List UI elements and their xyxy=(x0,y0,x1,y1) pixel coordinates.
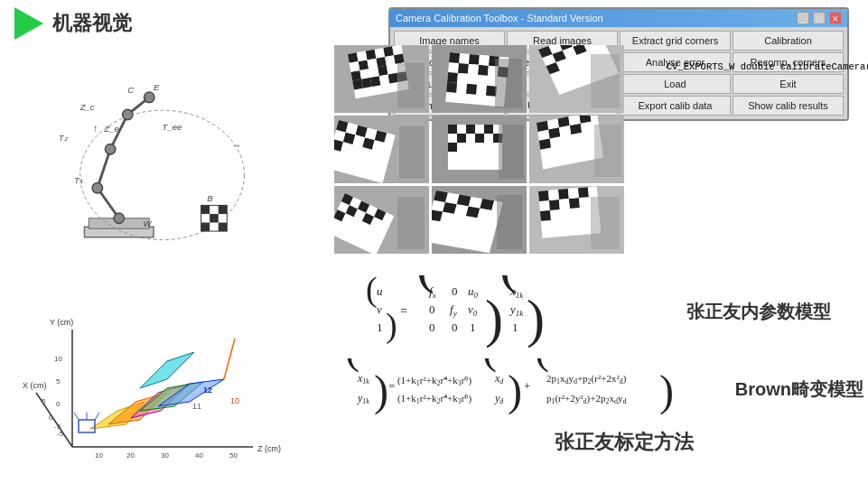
distortion-formula-row: ( x1k y1k ) = (1+k1r²+k2r⁴+k3r⁶) (1+k1r²… xyxy=(339,358,863,420)
chess-image-8 xyxy=(432,186,527,254)
svg-text:): ) xyxy=(508,367,522,415)
svg-text:T₂: T₂ xyxy=(59,133,69,143)
svg-rect-167 xyxy=(443,202,457,214)
svg-rect-101 xyxy=(446,82,457,93)
svg-text:u0: u0 xyxy=(468,284,479,300)
svg-text:C: C xyxy=(127,85,134,95)
svg-text:): ) xyxy=(374,367,388,415)
bottom-title: 张正友标定方法 xyxy=(555,431,694,453)
svg-rect-89 xyxy=(449,52,460,63)
left-panel: W T₁ T₂ Z_c C E Z_e T_ee B → ↑ xyxy=(0,45,334,483)
svg-text:Z_e: Z_e xyxy=(103,124,118,134)
close-button[interactable]: ✕ xyxy=(829,12,842,24)
svg-text:-5: -5 xyxy=(57,430,64,438)
svg-rect-141 xyxy=(499,125,524,179)
svg-text:10: 10 xyxy=(230,396,239,405)
robot-svg: W T₁ T₂ Z_c C E Z_e T_ee B → ↑ xyxy=(9,54,298,253)
svg-text:(: ( xyxy=(366,275,378,309)
svg-text:5: 5 xyxy=(42,397,46,405)
svg-text:v0: v0 xyxy=(468,302,478,318)
svg-rect-138 xyxy=(457,143,466,152)
svg-rect-73 xyxy=(350,61,360,72)
svg-rect-166 xyxy=(434,190,448,202)
svg-text:W: W xyxy=(144,218,153,228)
svg-text:1: 1 xyxy=(377,320,383,334)
svg-text:2p1xdyd+p2(r²+2x²d): 2p1xdyd+p2(r²+2x²d) xyxy=(546,373,627,385)
svg-rect-139 xyxy=(466,134,475,143)
svg-rect-92 xyxy=(447,72,458,83)
distortion-formula-label: Brown畸变模型 xyxy=(735,377,863,402)
svg-text:): ) xyxy=(527,289,545,348)
matrix-formula-row: ( u v 1 ) = ( fx 0 u0 0 fy v0 0 xyxy=(339,275,863,348)
svg-rect-174 xyxy=(497,195,522,249)
svg-rect-97 xyxy=(468,64,479,75)
svg-text:0: 0 xyxy=(452,284,458,298)
svg-rect-136 xyxy=(484,125,493,134)
svg-text:Y (cm): Y (cm) xyxy=(50,318,73,327)
svg-rect-72 xyxy=(385,55,396,66)
site-title: 机器视觉 xyxy=(52,10,132,37)
svg-point-9 xyxy=(123,109,133,119)
svg-marker-52 xyxy=(140,352,194,388)
svg-text:5: 5 xyxy=(56,377,61,385)
svg-rect-140 xyxy=(475,143,484,152)
svg-rect-70 xyxy=(378,66,388,77)
svg-text:xd: xd xyxy=(494,372,504,385)
chess-image-1 xyxy=(334,45,429,113)
svg-rect-80 xyxy=(352,79,363,90)
svg-text:Z_c: Z_c xyxy=(79,102,95,112)
svg-rect-13 xyxy=(201,205,210,214)
svg-rect-68 xyxy=(357,51,368,62)
svg-text:↑: ↑ xyxy=(93,123,98,134)
svg-line-55 xyxy=(74,413,79,420)
chess-image-4 xyxy=(334,116,429,183)
calibration-images xyxy=(334,45,624,254)
svg-text:(1+k1r²+k2r⁴+k3r⁶): (1+k1r²+k2r⁴+k3r⁶) xyxy=(397,393,472,405)
svg-point-6 xyxy=(114,213,124,223)
svg-text:Z (cm): Z (cm) xyxy=(257,444,281,453)
svg-text:v: v xyxy=(377,302,382,316)
svg-text:→: → xyxy=(231,140,241,151)
svg-text:(: ( xyxy=(535,358,549,373)
svg-rect-177 xyxy=(538,190,549,201)
chess-image-3 xyxy=(529,45,624,113)
svg-rect-63 xyxy=(348,52,359,63)
chess-image-7 xyxy=(334,186,429,254)
svg-text:0: 0 xyxy=(429,320,435,334)
svg-rect-82 xyxy=(370,76,381,87)
svg-rect-132 xyxy=(457,134,466,143)
minimize-button[interactable]: _ xyxy=(797,12,809,24)
chess-image-6 xyxy=(529,116,624,183)
svg-text:p1(r²+2y²d)+2p2xdyd: p1(r²+2y²d)+2p2xdyd xyxy=(546,393,627,405)
svg-text:10: 10 xyxy=(95,451,103,460)
svg-rect-186 xyxy=(591,197,620,249)
svg-rect-78 xyxy=(387,64,397,75)
svg-rect-180 xyxy=(569,198,580,209)
svg-text:0: 0 xyxy=(49,413,53,422)
robot-diagram: W T₁ T₂ Z_c C E Z_e T_ee B → ↑ xyxy=(9,54,298,253)
svg-text:=: = xyxy=(388,379,395,393)
svg-point-8 xyxy=(105,144,115,153)
svg-text:u: u xyxy=(377,284,383,298)
code-block: CV_EXPORTS_W double calibrateCamera( Inp… xyxy=(632,45,868,295)
svg-text:yd: yd xyxy=(494,392,504,405)
maximize-button[interactable]: □ xyxy=(813,12,826,24)
svg-text:(: ( xyxy=(345,358,359,373)
code-line-3: Size imageSize, xyxy=(667,120,868,131)
code-line-5: CV_OUT InputOutputArray distCoeffs, xyxy=(667,179,868,190)
svg-text:1: 1 xyxy=(470,320,476,334)
svg-rect-102 xyxy=(466,84,477,95)
code-line-6: OutputArrayOfArrays rvecs, OutputArrayOf… xyxy=(667,209,868,219)
svg-text:30: 30 xyxy=(161,451,169,460)
svg-rect-152 xyxy=(594,125,621,177)
svg-text:(: ( xyxy=(482,358,497,373)
svg-rect-65 xyxy=(366,50,377,60)
svg-rect-67 xyxy=(376,57,387,68)
toolbox-title: Camera Calibration Toolbox - Standard Ve… xyxy=(396,13,603,23)
svg-rect-184 xyxy=(559,199,570,209)
svg-rect-86 xyxy=(397,63,425,108)
svg-rect-81 xyxy=(361,78,372,88)
svg-text:y1k: y1k xyxy=(509,302,524,318)
svg-rect-14 xyxy=(210,214,219,223)
svg-rect-179 xyxy=(558,189,569,200)
